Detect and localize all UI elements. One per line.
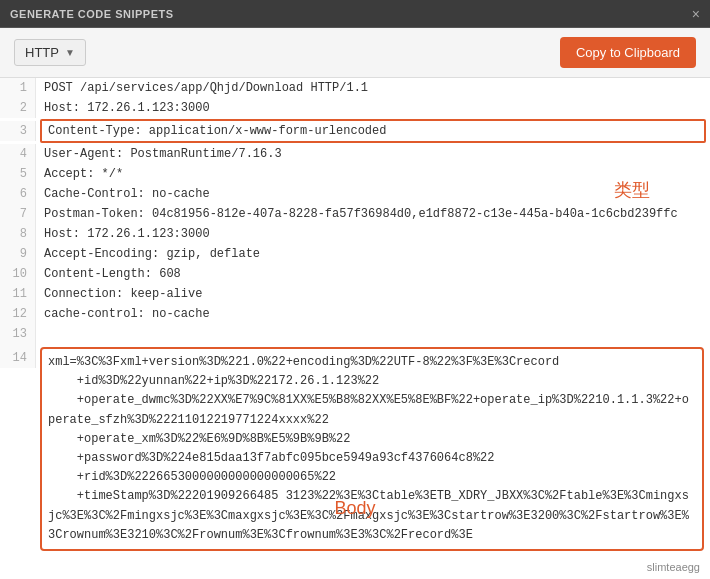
code-row: 11 Connection: keep-alive bbox=[0, 284, 710, 304]
line-content bbox=[36, 324, 710, 326]
line-number-14: 14 bbox=[0, 344, 36, 368]
code-row: 9 Accept-Encoding: gzip, deflate bbox=[0, 244, 710, 264]
line-number-3: 3 bbox=[0, 121, 36, 141]
title-label: GENERATE CODE SNIPPETS bbox=[10, 8, 174, 20]
body-annotation: Body bbox=[334, 498, 375, 519]
code-area[interactable]: 1 POST /api/services/app/Qhjd/Download H… bbox=[0, 78, 710, 579]
line-content: Accept: */* bbox=[36, 164, 710, 184]
line-number: 8 bbox=[0, 224, 36, 244]
code-row: 4 User-Agent: PostmanRuntime/7.16.3 bbox=[0, 144, 710, 164]
line-content: Accept-Encoding: gzip, deflate bbox=[36, 244, 710, 264]
code-row: 1 POST /api/services/app/Qhjd/Download H… bbox=[0, 78, 710, 98]
line-number: 13 bbox=[0, 324, 36, 344]
watermark: slimteaegg bbox=[647, 561, 700, 573]
line-content: cache-control: no-cache bbox=[36, 304, 710, 324]
line-number: 12 bbox=[0, 304, 36, 324]
line-number: 4 bbox=[0, 144, 36, 164]
line-content: User-Agent: PostmanRuntime/7.16.3 bbox=[36, 144, 710, 164]
http-label: HTTP bbox=[25, 45, 59, 60]
line-content: Cache-Control: no-cache bbox=[36, 184, 710, 204]
line-content: Host: 172.26.1.123:3000 bbox=[36, 224, 710, 244]
line-content: Connection: keep-alive bbox=[36, 284, 710, 304]
line-number: 6 bbox=[0, 184, 36, 204]
toolbar: HTTP ▼ Copy to Clipboard bbox=[0, 28, 710, 78]
line-content: POST /api/services/app/Qhjd/Download HTT… bbox=[36, 78, 710, 98]
line-content: Postman-Token: 04c81956-812e-407a-8228-f… bbox=[36, 204, 710, 224]
line-number: 9 bbox=[0, 244, 36, 264]
line-number: 5 bbox=[0, 164, 36, 184]
title-bar: GENERATE CODE SNIPPETS × bbox=[0, 0, 710, 28]
line-number: 1 bbox=[0, 78, 36, 98]
code-row: 13 bbox=[0, 324, 710, 344]
http-select-button[interactable]: HTTP ▼ bbox=[14, 39, 86, 66]
line-number: 7 bbox=[0, 204, 36, 224]
code-row: 5 Accept: */* bbox=[0, 164, 710, 184]
code-row: 2 Host: 172.26.1.123:3000 bbox=[0, 98, 710, 118]
line-number: 2 bbox=[0, 98, 36, 118]
line-content: Content-Length: 608 bbox=[36, 264, 710, 284]
code-row: 8 Host: 172.26.1.123:3000 bbox=[0, 224, 710, 244]
code-row: 7 Postman-Token: 04c81956-812e-407a-8228… bbox=[0, 204, 710, 224]
line-number: 10 bbox=[0, 264, 36, 284]
code-row: 12 cache-control: no-cache bbox=[0, 304, 710, 324]
close-button[interactable]: × bbox=[692, 7, 700, 21]
line-content-3: Content-Type: application/x-www-form-url… bbox=[42, 121, 704, 141]
code-row: 6 Cache-Control: no-cache bbox=[0, 184, 710, 204]
line-content: Host: 172.26.1.123:3000 bbox=[36, 98, 710, 118]
line-number: 11 bbox=[0, 284, 36, 304]
chevron-down-icon: ▼ bbox=[65, 47, 75, 58]
code-row: 10 Content-Length: 608 bbox=[0, 264, 710, 284]
type-annotation: 类型 bbox=[614, 178, 650, 202]
copy-to-clipboard-button[interactable]: Copy to Clipboard bbox=[560, 37, 696, 68]
